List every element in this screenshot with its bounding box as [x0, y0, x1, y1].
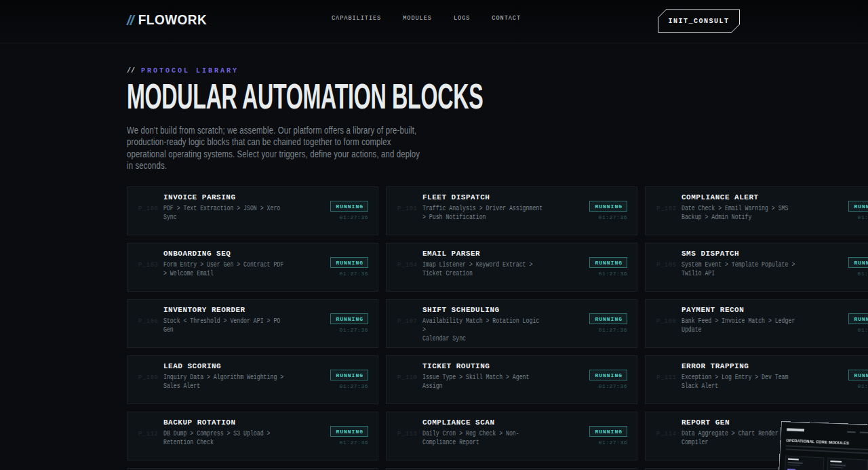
status-time: 01:27:36: [340, 383, 368, 389]
status-time: 01:27:36: [340, 214, 368, 220]
module-pipeline: Form Entry > User Gen > Contract PDF > W…: [163, 260, 285, 278]
module-pipeline: Issue Type > Skill Match > Agent Assign: [422, 373, 545, 391]
status-time: 01:27:36: [340, 439, 368, 446]
module-title: BACKUP ROTATION: [163, 418, 313, 427]
status-time: 01:27:36: [599, 214, 627, 220]
preview-header: [787, 426, 868, 439]
module-title: SMS DISPATCH: [682, 250, 831, 258]
status-time: 01:27:36: [340, 271, 368, 277]
module-card: P_103 ONBOARDING SEQ Form Entry > User G…: [127, 243, 378, 292]
module-id: P_104: [397, 262, 418, 269]
status-time: 01:27:36: [858, 383, 868, 389]
module-title: INVOICE PARSING: [163, 193, 313, 201]
status-badge: RUNNING: [330, 426, 368, 437]
module-card: P_110 TICKET ROUTING Issue Type > Skill …: [386, 355, 637, 404]
intro-wrap: We don’t build from scratch; we assemble…: [127, 125, 498, 172]
status-time: 01:27:36: [599, 439, 627, 446]
eyebrow-slashes-icon: //: [127, 67, 135, 75]
init-consult-button[interactable]: INIT_CONSULT: [658, 9, 740, 33]
module-pipeline: DB Dump > Compress > S3 Upload > Retenti…: [163, 429, 285, 447]
status-badge: RUNNING: [589, 257, 627, 268]
module-title: INVENTORY REORDER: [163, 306, 313, 314]
module-pipeline: PDF > Text Extraction > JSON > Xero Sync: [163, 204, 285, 222]
status-badge: RUNNING: [848, 370, 868, 380]
module-main: SHIFT SCHEDULING Availability Match > Ro…: [422, 306, 572, 343]
module-pipeline: Traffic Analysis > Driver Assignment > P…: [422, 204, 545, 222]
module-card: P_106 INVENTORY REORDER Stock < Threshol…: [127, 299, 378, 348]
module-card: P_111 ERROR TRAPPING Exception > Log Ent…: [645, 355, 868, 404]
eyebrow-label: PROTOCOL LIBRARY: [141, 67, 239, 75]
status-time: 01:27:36: [599, 383, 627, 389]
module-id: P_101: [397, 205, 418, 212]
module-card: P_104 EMAIL PARSER Imap Listener > Keywo…: [386, 243, 637, 292]
module-title: PAYMENT RECON: [682, 306, 831, 314]
module-id: P_109: [138, 374, 159, 381]
main-nav: CAPABILITIESMODULESLOGSCONTACT: [332, 15, 521, 22]
preview-grid: [783, 456, 868, 470]
status-badge: RUNNING: [589, 201, 627, 212]
module-title: ONBOARDING SEQ: [163, 250, 313, 258]
module-card: P_101 FLEET DISPATCH Traffic Analysis > …: [386, 187, 637, 235]
module-title: TICKET ROUTING: [422, 362, 572, 370]
preview-nav: [847, 431, 868, 435]
module-card: P_100 INVOICE PARSING PDF > Text Extract…: [127, 187, 378, 235]
module-title: COMPLIANCE ALERT: [682, 193, 831, 201]
status-badge: RUNNING: [848, 201, 868, 212]
status-time: 01:27:36: [858, 271, 868, 277]
page-title-wrap: MODULAR AUTOMATION BLOCKS: [127, 77, 701, 115]
module-pipeline: System Event > Template Populate > Twili…: [682, 260, 804, 278]
status-badge: RUNNING: [330, 201, 368, 212]
nav-item-contact[interactable]: CONTACT: [492, 15, 521, 22]
module-status: RUNNING 01:27:36: [330, 313, 368, 333]
module-pipeline: Exception > Log Entry > Dev Team Slack A…: [682, 373, 804, 391]
module-status: RUNNING 01:27:36: [589, 313, 627, 333]
module-title: SHIFT SCHEDULING: [422, 306, 572, 314]
nav-item-capabilities[interactable]: CAPABILITIES: [332, 15, 381, 22]
nav-item-logs[interactable]: LOGS: [454, 15, 470, 22]
status-badge: RUNNING: [848, 313, 868, 324]
module-id: P_107: [397, 318, 418, 325]
status-badge: RUNNING: [330, 370, 368, 380]
module-main: FLEET DISPATCH Traffic Analysis > Driver…: [422, 193, 572, 222]
status-time: 01:27:36: [858, 214, 868, 220]
module-status: RUNNING 01:27:36: [589, 201, 627, 220]
module-id: P_105: [656, 262, 677, 269]
preview-mini-card: [785, 456, 825, 470]
module-id: P_112: [138, 431, 159, 437]
status-time: 01:27:36: [858, 327, 868, 333]
module-pipeline: Daily Cron > Reg Check > Non- Compliance…: [422, 429, 545, 447]
module-main: INVENTORY REORDER Stock < Threshold > Ve…: [163, 306, 313, 334]
module-status: RUNNING 01:27:36: [848, 313, 868, 333]
nav-item-modules[interactable]: MODULES: [403, 15, 432, 22]
module-card: P_108 PAYMENT RECON Bank Feed > Invoice …: [645, 299, 868, 348]
module-id: P_102: [656, 205, 677, 212]
preview-logo: [787, 428, 804, 431]
status-time: 01:27:36: [599, 327, 627, 333]
status-time: 01:27:36: [599, 271, 627, 277]
status-time: 01:27:36: [340, 327, 368, 333]
module-main: TICKET ROUTING Issue Type > Skill Match …: [422, 362, 572, 391]
module-id: P_103: [138, 262, 159, 269]
page-title: MODULAR AUTOMATION BLOCKS: [127, 77, 483, 115]
module-card: P_107 SHIFT SCHEDULING Availability Matc…: [386, 299, 637, 348]
site-logo[interactable]: // FLOWORK: [127, 12, 207, 28]
site-header: // FLOWORK CAPABILITIESMODULESLOGSCONTAC…: [0, 0, 868, 43]
module-main: ONBOARDING SEQ Form Entry > User Gen > C…: [163, 250, 313, 278]
module-status: RUNNING 01:27:36: [330, 257, 368, 277]
init-consult-label: INIT_CONSULT: [668, 18, 729, 25]
module-id: P_106: [138, 318, 159, 325]
module-main: COMPLIANCE SCAN Daily Cron > Reg Check >…: [422, 418, 572, 447]
module-status: RUNNING 01:27:36: [330, 426, 368, 446]
module-id: P_111: [656, 374, 677, 381]
status-badge: RUNNING: [589, 370, 627, 380]
module-card: P_105 SMS DISPATCH System Event > Templa…: [645, 243, 868, 292]
status-badge: RUNNING: [848, 257, 868, 268]
init-consult-button-face: INIT_CONSULT: [658, 10, 739, 32]
module-pipeline: Imap Listener > Keyword Extract > Ticket…: [422, 260, 545, 278]
module-id: P_113: [397, 431, 418, 437]
modules-grid: P_100 INVOICE PARSING PDF > Text Extract…: [127, 187, 740, 470]
module-main: INVOICE PARSING PDF > Text Extraction > …: [163, 193, 313, 222]
module-status: RUNNING 01:27:36: [330, 370, 368, 389]
module-status: RUNNING 01:27:36: [589, 370, 627, 389]
module-pipeline: Stock < Threshold > Vendor API > PO Gen: [163, 317, 285, 334]
